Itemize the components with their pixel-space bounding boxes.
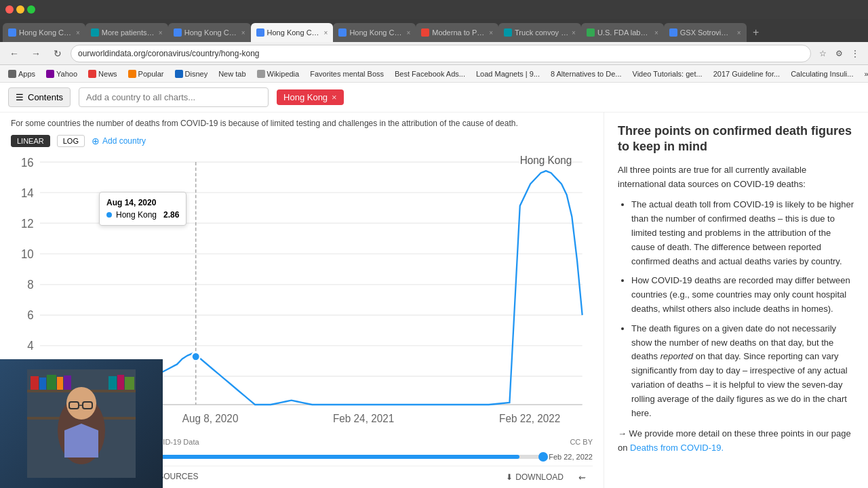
tab-4-active[interactable]: Hong Kong Coro... × bbox=[251, 23, 334, 42]
bookmark-newtab[interactable]: New tab bbox=[216, 68, 248, 79]
chart-license: CC BY bbox=[570, 438, 593, 446]
bookmark-alternatives[interactable]: 8 Alternatives to De... bbox=[548, 68, 625, 79]
share-icon: ⇜ bbox=[578, 472, 586, 483]
window-minimize-button[interactable] bbox=[16, 5, 24, 14]
tab-favicon bbox=[669, 28, 677, 37]
tab-favicon bbox=[504, 28, 512, 37]
tab-close-icon[interactable]: × bbox=[406, 29, 410, 37]
nav-icons: ☆ ⚙ ⋮ bbox=[815, 46, 863, 61]
svg-rect-31 bbox=[47, 375, 56, 390]
bookmark-guideline[interactable]: 2017 Guideline for... bbox=[711, 68, 783, 79]
video-overlay bbox=[0, 359, 163, 488]
bookmark-disney[interactable]: Disney bbox=[172, 68, 211, 79]
window-close-button[interactable] bbox=[5, 5, 14, 14]
tab-3[interactable]: Hong Kong COVID... × bbox=[168, 23, 251, 42]
reload-button[interactable]: ↻ bbox=[49, 45, 66, 62]
bookmark-video-tutorials[interactable]: Video Tutorials: get... bbox=[630, 68, 705, 79]
bookmark-icon[interactable]: ☆ bbox=[815, 46, 830, 61]
tab-favicon bbox=[174, 28, 182, 37]
tab-9[interactable]: GSX Sotrovimab... × bbox=[664, 23, 747, 42]
tab-5[interactable]: Hong Kong Coro... × bbox=[333, 23, 416, 42]
tab-close-icon[interactable]: × bbox=[159, 29, 163, 37]
add-country-label: Add country bbox=[102, 136, 146, 146]
tab-bar: Hong Kong Coron... × More patients, fe..… bbox=[0, 19, 868, 42]
bookmark-apps[interactable]: Apps bbox=[5, 68, 38, 79]
svg-rect-36 bbox=[125, 377, 134, 390]
tab-close-icon[interactable]: × bbox=[76, 29, 80, 37]
right-panel-title: Three points on confirmed death figures … bbox=[618, 123, 854, 155]
bookmark-insulin[interactable]: Calculating Insuli... bbox=[788, 68, 856, 79]
country-search-input[interactable] bbox=[79, 87, 269, 107]
tab-8[interactable]: U.S. FDA labels u... × bbox=[581, 23, 664, 42]
svg-text:4: 4 bbox=[27, 339, 34, 353]
svg-rect-34 bbox=[108, 376, 117, 390]
tab-close-icon[interactable]: × bbox=[241, 29, 245, 37]
window-controls[interactable] bbox=[5, 5, 35, 14]
bookmark-wikipedia[interactable]: Wikipedia bbox=[254, 68, 302, 79]
svg-text:6: 6 bbox=[27, 308, 33, 323]
chart-controls: LINEAR LOG ⊕ Add country bbox=[11, 135, 593, 147]
timeline-thumb[interactable] bbox=[538, 452, 548, 462]
tab-6[interactable]: Moderna to Post... × bbox=[416, 23, 498, 42]
contents-label: Contents bbox=[28, 92, 63, 102]
timeline-end: Feb 22, 2022 bbox=[549, 453, 593, 461]
contents-button[interactable]: ☰ Contents bbox=[8, 87, 71, 107]
extensions-icon[interactable]: ⚙ bbox=[831, 46, 846, 61]
footer-link[interactable]: Deaths from COVID-19. bbox=[630, 443, 724, 453]
tab-2[interactable]: More patients, fe... × bbox=[85, 23, 168, 42]
svg-rect-29 bbox=[31, 376, 39, 390]
person-silhouette bbox=[27, 369, 136, 478]
share-button[interactable]: ⇜ bbox=[572, 468, 593, 487]
linear-button[interactable]: LINEAR bbox=[11, 135, 50, 147]
tab-favicon bbox=[8, 28, 16, 37]
bookmarks-bar: Apps Yahoo News Popular Disney New tab W… bbox=[0, 65, 868, 83]
tab-close-icon[interactable]: × bbox=[654, 29, 658, 37]
menu-icon[interactable]: ⋮ bbox=[848, 46, 863, 61]
bookmark-magnets[interactable]: Load Magnets | 9... bbox=[473, 68, 542, 79]
video-person bbox=[0, 359, 163, 488]
right-panel-point-1: The actual death toll from COVID-19 is l… bbox=[631, 198, 854, 268]
tab-close-icon[interactable]: × bbox=[737, 29, 741, 37]
tab-favicon bbox=[587, 28, 595, 37]
tab-close-icon[interactable]: × bbox=[572, 29, 576, 37]
url-bar[interactable]: ourworldindata.org/coronavirus/country/h… bbox=[71, 45, 811, 62]
back-button[interactable]: ← bbox=[5, 45, 23, 62]
right-panel-list: The actual death toll from COVID-19 is l… bbox=[618, 198, 854, 420]
new-tab-button[interactable]: + bbox=[747, 23, 766, 42]
tab-close-icon[interactable]: × bbox=[489, 29, 493, 37]
bookmark-facebook-ads[interactable]: Best Facebook Ads... bbox=[392, 68, 468, 79]
svg-rect-33 bbox=[64, 375, 71, 390]
svg-text:Aug 8, 2020: Aug 8, 2020 bbox=[182, 412, 239, 424]
forward-button[interactable]: → bbox=[27, 45, 45, 62]
download-button[interactable]: ⬇ DOWNLOAD bbox=[498, 468, 572, 486]
svg-text:10: 10 bbox=[21, 247, 34, 261]
bookmark-other[interactable]: » Other bookmarks bbox=[861, 68, 868, 79]
country-tag-label: Hong Kong bbox=[283, 92, 328, 102]
svg-text:12: 12 bbox=[21, 216, 34, 230]
country-tag: Hong Kong × bbox=[277, 89, 344, 105]
intro-text: For some countries the number of deaths … bbox=[11, 118, 593, 129]
title-bar bbox=[0, 0, 868, 19]
bookmark-yahoo[interactable]: Yahoo bbox=[43, 68, 80, 79]
bookmark-news[interactable]: News bbox=[85, 68, 120, 79]
plus-icon: ⊕ bbox=[92, 136, 100, 146]
tab-close-icon[interactable]: × bbox=[324, 29, 328, 37]
svg-text:14: 14 bbox=[21, 186, 34, 200]
tab-1[interactable]: Hong Kong Coron... × bbox=[3, 23, 85, 42]
log-button[interactable]: LOG bbox=[57, 135, 85, 147]
hamburger-icon: ☰ bbox=[16, 92, 24, 102]
svg-text:16: 16 bbox=[21, 155, 34, 169]
add-country-button[interactable]: ⊕ Add country bbox=[92, 136, 146, 146]
right-panel-point-2: How COVID-19 deaths are recorded may dif… bbox=[631, 274, 854, 316]
window-maximize-button[interactable] bbox=[27, 5, 35, 14]
bookmark-popular[interactable]: Popular bbox=[125, 68, 167, 79]
right-panel-footer: → We provide more detail on these three … bbox=[618, 427, 854, 455]
browser-chrome: Hong Kong Coron... × More patients, fe..… bbox=[0, 0, 868, 83]
tab-favicon bbox=[338, 28, 347, 37]
bookmark-mental[interactable]: Favorites mental Boss bbox=[307, 68, 387, 79]
download-icon: ⬇ bbox=[506, 472, 513, 482]
country-tag-remove[interactable]: × bbox=[332, 92, 337, 102]
tab-favicon bbox=[421, 28, 429, 37]
svg-text:8: 8 bbox=[27, 278, 33, 292]
tab-7[interactable]: Truck convoy ne... × bbox=[498, 23, 581, 42]
